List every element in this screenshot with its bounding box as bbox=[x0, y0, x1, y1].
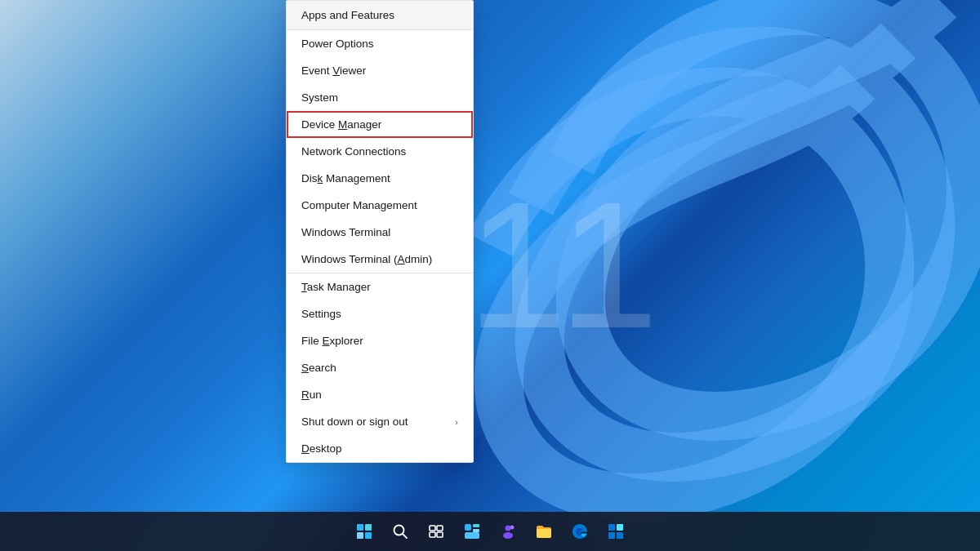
widgets-icon bbox=[463, 522, 481, 540]
svg-rect-9 bbox=[465, 532, 479, 539]
menu-item-desktop[interactable]: Desktop bbox=[287, 435, 473, 462]
menu-item-disk-management[interactable]: Disk Management bbox=[287, 165, 473, 192]
start-button[interactable] bbox=[348, 515, 381, 548]
store-icon bbox=[607, 522, 625, 540]
taskbar-search-button[interactable] bbox=[384, 515, 416, 548]
task-view-button[interactable] bbox=[420, 515, 452, 548]
svg-rect-7 bbox=[473, 524, 479, 527]
svg-rect-4 bbox=[430, 532, 435, 537]
svg-rect-15 bbox=[608, 532, 615, 539]
file-explorer-button[interactable] bbox=[528, 515, 560, 548]
svg-point-12 bbox=[510, 526, 514, 530]
edge-button[interactable] bbox=[564, 515, 596, 548]
svg-line-1 bbox=[403, 534, 407, 538]
menu-item-search[interactable]: Search bbox=[287, 354, 473, 381]
svg-rect-6 bbox=[465, 524, 471, 531]
store-button[interactable] bbox=[599, 515, 632, 548]
win11-watermark: 11 bbox=[467, 162, 651, 368]
menu-item-settings[interactable]: Settings bbox=[287, 300, 473, 327]
menu-item-windows-terminal[interactable]: Windows Terminal bbox=[287, 219, 473, 246]
menu-item-device-manager[interactable]: Device Manager bbox=[287, 111, 473, 138]
svg-rect-2 bbox=[430, 526, 435, 531]
svg-rect-5 bbox=[437, 532, 443, 537]
file-explorer-icon bbox=[535, 522, 553, 540]
context-menu: Apps and Features Power Options Event Vi… bbox=[286, 0, 474, 463]
taskview-icon bbox=[428, 523, 444, 540]
menu-item-system[interactable]: System bbox=[287, 84, 473, 111]
menu-item-computer-management[interactable]: Computer Management bbox=[287, 192, 473, 219]
svg-rect-3 bbox=[437, 526, 443, 531]
edge-icon bbox=[571, 522, 589, 540]
menu-item-run[interactable]: Run bbox=[287, 381, 473, 408]
svg-point-11 bbox=[503, 532, 513, 539]
menu-item-shut-down[interactable]: Shut down or sign out › bbox=[287, 408, 473, 435]
svg-rect-16 bbox=[617, 532, 623, 539]
menu-item-event-viewer[interactable]: Event Viewer bbox=[287, 57, 473, 84]
taskbar bbox=[0, 512, 980, 551]
desktop-background: 11 bbox=[0, 0, 980, 551]
teams-icon bbox=[499, 522, 517, 540]
svg-rect-8 bbox=[473, 529, 479, 532]
widgets-button[interactable] bbox=[456, 515, 488, 548]
svg-rect-14 bbox=[617, 524, 623, 531]
menu-item-file-explorer[interactable]: File Explorer bbox=[287, 327, 473, 354]
search-icon bbox=[392, 523, 408, 540]
menu-item-network-connections[interactable]: Network Connections bbox=[287, 138, 473, 165]
windows-logo-icon bbox=[357, 524, 372, 539]
teams-button[interactable] bbox=[492, 515, 524, 548]
menu-item-power-options[interactable]: Power Options bbox=[287, 30, 473, 57]
menu-item-windows-terminal-admin[interactable]: Windows Terminal (Admin) bbox=[287, 246, 473, 273]
svg-rect-13 bbox=[608, 524, 615, 531]
svg-point-10 bbox=[506, 526, 511, 531]
menu-item-apps-features[interactable]: Apps and Features bbox=[287, 1, 473, 30]
submenu-arrow-icon: › bbox=[455, 417, 458, 427]
menu-item-task-manager[interactable]: Task Manager bbox=[287, 273, 473, 300]
